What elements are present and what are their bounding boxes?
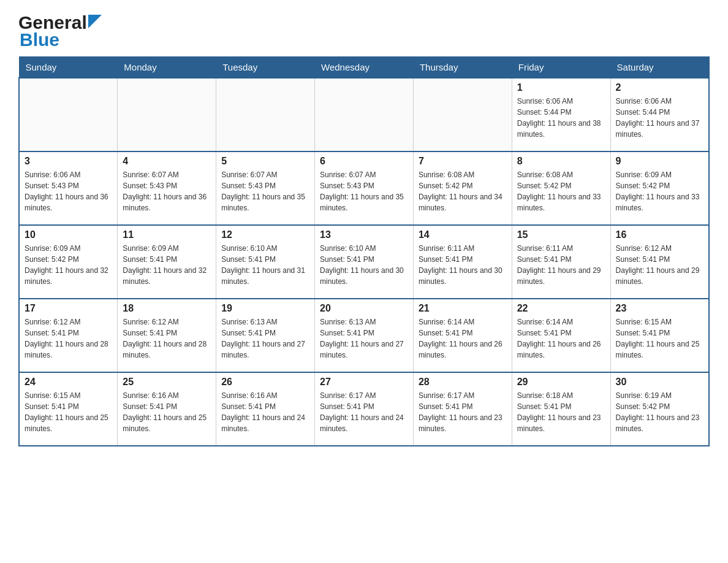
day-number: 16 <box>616 229 703 240</box>
day-number: 24 <box>25 377 112 388</box>
calendar-cell: 8Sunrise: 6:08 AM Sunset: 5:42 PM Daylig… <box>512 151 610 225</box>
day-number: 26 <box>221 377 309 388</box>
calendar-cell: 13Sunrise: 6:10 AM Sunset: 5:41 PM Dayli… <box>315 225 414 299</box>
day-number: 29 <box>517 377 605 388</box>
day-number: 5 <box>221 156 309 167</box>
column-header-tuesday: Tuesday <box>216 57 315 79</box>
day-number: 7 <box>419 156 507 167</box>
day-info: Sunrise: 6:12 AM Sunset: 5:41 PM Dayligh… <box>616 243 703 287</box>
calendar-week-row: 24Sunrise: 6:15 AM Sunset: 5:41 PM Dayli… <box>19 372 709 446</box>
calendar-week-row: 1Sunrise: 6:06 AM Sunset: 5:44 PM Daylig… <box>19 78 709 151</box>
day-info: Sunrise: 6:17 AM Sunset: 5:41 PM Dayligh… <box>419 390 507 434</box>
day-number: 6 <box>320 156 408 167</box>
calendar-week-row: 3Sunrise: 6:06 AM Sunset: 5:43 PM Daylig… <box>19 151 709 225</box>
column-header-sunday: Sunday <box>19 57 118 79</box>
calendar-cell <box>118 78 216 151</box>
calendar-cell <box>315 78 414 151</box>
calendar-cell: 5Sunrise: 6:07 AM Sunset: 5:43 PM Daylig… <box>216 151 315 225</box>
day-info: Sunrise: 6:09 AM Sunset: 5:42 PM Dayligh… <box>25 243 112 287</box>
calendar-cell: 24Sunrise: 6:15 AM Sunset: 5:41 PM Dayli… <box>19 372 118 446</box>
calendar-week-row: 17Sunrise: 6:12 AM Sunset: 5:41 PM Dayli… <box>19 299 709 372</box>
calendar-cell: 20Sunrise: 6:13 AM Sunset: 5:41 PM Dayli… <box>315 299 414 372</box>
day-info: Sunrise: 6:16 AM Sunset: 5:41 PM Dayligh… <box>123 390 211 434</box>
calendar-cell: 3Sunrise: 6:06 AM Sunset: 5:43 PM Daylig… <box>19 151 118 225</box>
day-info: Sunrise: 6:06 AM Sunset: 5:44 PM Dayligh… <box>616 96 703 140</box>
day-number: 19 <box>221 303 309 314</box>
day-number: 17 <box>25 303 112 314</box>
day-info: Sunrise: 6:06 AM Sunset: 5:44 PM Dayligh… <box>517 96 605 140</box>
calendar-cell: 26Sunrise: 6:16 AM Sunset: 5:41 PM Dayli… <box>216 372 315 446</box>
calendar-table: SundayMondayTuesdayWednesdayThursdayFrid… <box>18 56 710 446</box>
day-info: Sunrise: 6:13 AM Sunset: 5:41 PM Dayligh… <box>221 316 309 361</box>
calendar-cell: 21Sunrise: 6:14 AM Sunset: 5:41 PM Dayli… <box>413 299 512 372</box>
calendar-cell: 18Sunrise: 6:12 AM Sunset: 5:41 PM Dayli… <box>118 299 216 372</box>
day-number: 30 <box>616 377 703 388</box>
day-number: 25 <box>123 377 211 388</box>
day-number: 8 <box>517 156 605 167</box>
calendar-cell: 22Sunrise: 6:14 AM Sunset: 5:41 PM Dayli… <box>512 299 610 372</box>
page-header: General Blue <box>18 12 710 50</box>
column-header-saturday: Saturday <box>610 57 709 79</box>
day-info: Sunrise: 6:07 AM Sunset: 5:43 PM Dayligh… <box>123 169 211 213</box>
day-info: Sunrise: 6:13 AM Sunset: 5:41 PM Dayligh… <box>320 316 408 361</box>
calendar-cell: 1Sunrise: 6:06 AM Sunset: 5:44 PM Daylig… <box>512 78 610 151</box>
day-info: Sunrise: 6:09 AM Sunset: 5:42 PM Dayligh… <box>616 169 703 213</box>
calendar-cell: 2Sunrise: 6:06 AM Sunset: 5:44 PM Daylig… <box>610 78 709 151</box>
calendar-week-row: 10Sunrise: 6:09 AM Sunset: 5:42 PM Dayli… <box>19 225 709 299</box>
day-number: 2 <box>616 82 703 93</box>
calendar-cell: 17Sunrise: 6:12 AM Sunset: 5:41 PM Dayli… <box>19 299 118 372</box>
day-info: Sunrise: 6:07 AM Sunset: 5:43 PM Dayligh… <box>320 169 408 213</box>
day-info: Sunrise: 6:18 AM Sunset: 5:41 PM Dayligh… <box>517 390 605 434</box>
day-number: 27 <box>320 377 408 388</box>
calendar-cell: 28Sunrise: 6:17 AM Sunset: 5:41 PM Dayli… <box>413 372 512 446</box>
day-number: 3 <box>25 156 112 167</box>
day-info: Sunrise: 6:12 AM Sunset: 5:41 PM Dayligh… <box>123 316 211 361</box>
day-number: 11 <box>123 229 211 240</box>
calendar-header-row: SundayMondayTuesdayWednesdayThursdayFrid… <box>19 57 709 79</box>
day-info: Sunrise: 6:11 AM Sunset: 5:41 PM Dayligh… <box>419 243 507 287</box>
day-info: Sunrise: 6:15 AM Sunset: 5:41 PM Dayligh… <box>25 390 112 434</box>
day-number: 18 <box>123 303 211 314</box>
day-info: Sunrise: 6:10 AM Sunset: 5:41 PM Dayligh… <box>221 243 309 287</box>
calendar-cell: 9Sunrise: 6:09 AM Sunset: 5:42 PM Daylig… <box>610 151 709 225</box>
calendar-cell <box>413 78 512 151</box>
day-info: Sunrise: 6:17 AM Sunset: 5:41 PM Dayligh… <box>320 390 408 434</box>
day-number: 14 <box>419 229 507 240</box>
calendar-cell: 16Sunrise: 6:12 AM Sunset: 5:41 PM Dayli… <box>610 225 709 299</box>
day-number: 13 <box>320 229 408 240</box>
calendar-cell: 29Sunrise: 6:18 AM Sunset: 5:41 PM Dayli… <box>512 372 610 446</box>
day-info: Sunrise: 6:09 AM Sunset: 5:41 PM Dayligh… <box>123 243 211 287</box>
calendar-cell: 30Sunrise: 6:19 AM Sunset: 5:42 PM Dayli… <box>610 372 709 446</box>
logo-triangle-icon <box>88 15 102 28</box>
day-info: Sunrise: 6:16 AM Sunset: 5:41 PM Dayligh… <box>221 390 309 434</box>
svg-marker-0 <box>88 15 102 28</box>
day-number: 28 <box>419 377 507 388</box>
calendar-cell: 14Sunrise: 6:11 AM Sunset: 5:41 PM Dayli… <box>413 225 512 299</box>
day-number: 15 <box>517 229 605 240</box>
calendar-cell: 23Sunrise: 6:15 AM Sunset: 5:41 PM Dayli… <box>610 299 709 372</box>
day-info: Sunrise: 6:11 AM Sunset: 5:41 PM Dayligh… <box>517 243 605 287</box>
calendar-cell: 6Sunrise: 6:07 AM Sunset: 5:43 PM Daylig… <box>315 151 414 225</box>
day-number: 21 <box>419 303 507 314</box>
day-info: Sunrise: 6:08 AM Sunset: 5:42 PM Dayligh… <box>517 169 605 213</box>
day-info: Sunrise: 6:12 AM Sunset: 5:41 PM Dayligh… <box>25 316 112 361</box>
calendar-cell: 25Sunrise: 6:16 AM Sunset: 5:41 PM Dayli… <box>118 372 216 446</box>
day-number: 10 <box>25 229 112 240</box>
column-header-thursday: Thursday <box>413 57 512 79</box>
column-header-friday: Friday <box>512 57 610 79</box>
calendar-cell: 11Sunrise: 6:09 AM Sunset: 5:41 PM Dayli… <box>118 225 216 299</box>
day-info: Sunrise: 6:14 AM Sunset: 5:41 PM Dayligh… <box>419 316 507 361</box>
calendar-cell: 4Sunrise: 6:07 AM Sunset: 5:43 PM Daylig… <box>118 151 216 225</box>
day-number: 23 <box>616 303 703 314</box>
day-info: Sunrise: 6:07 AM Sunset: 5:43 PM Dayligh… <box>221 169 309 213</box>
calendar-cell <box>216 78 315 151</box>
day-number: 22 <box>517 303 605 314</box>
day-number: 12 <box>221 229 309 240</box>
day-info: Sunrise: 6:14 AM Sunset: 5:41 PM Dayligh… <box>517 316 605 361</box>
calendar-cell: 10Sunrise: 6:09 AM Sunset: 5:42 PM Dayli… <box>19 225 118 299</box>
logo-blue-text: Blue <box>20 29 59 50</box>
day-info: Sunrise: 6:10 AM Sunset: 5:41 PM Dayligh… <box>320 243 408 287</box>
day-info: Sunrise: 6:06 AM Sunset: 5:43 PM Dayligh… <box>25 169 112 213</box>
day-number: 9 <box>616 156 703 167</box>
logo: General Blue <box>18 12 102 50</box>
